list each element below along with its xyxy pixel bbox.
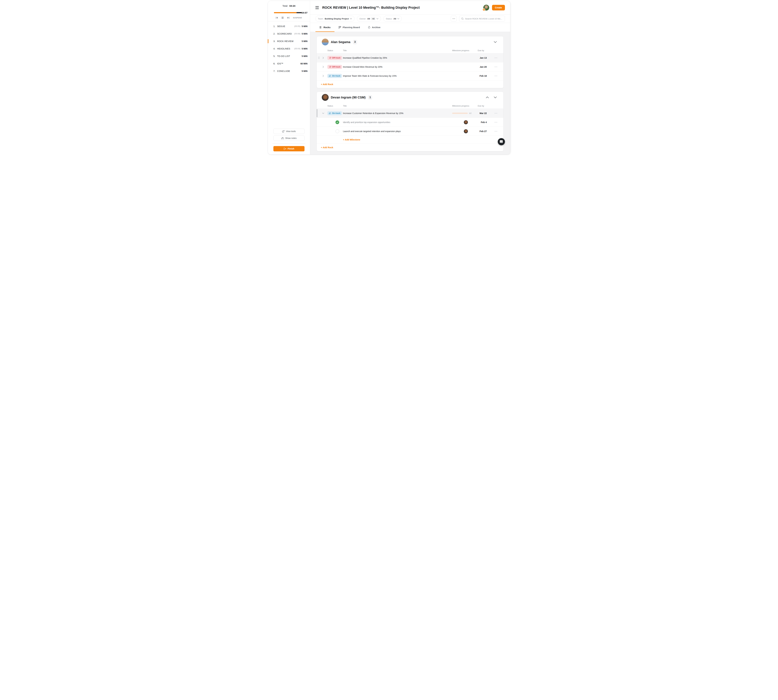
rock-row[interactable]: On-track Improve Team Win Rate & Forecas…	[317, 71, 503, 80]
row-more-button[interactable]	[488, 122, 503, 123]
drag-handle[interactable]	[317, 57, 321, 59]
milestone-owner-avatar[interactable]	[464, 120, 468, 124]
suspend-button[interactable]: SUSPEND	[293, 17, 302, 19]
move-card-up-button[interactable]	[486, 96, 489, 98]
milestone-row[interactable]: Identify and prioritize top expansion op…	[317, 118, 503, 127]
create-button[interactable]: Create	[492, 5, 505, 10]
add-milestone-button[interactable]: + Add Milestone	[343, 138, 360, 141]
milestone-incomplete-checkbox[interactable]	[336, 129, 339, 133]
thumbs-down-icon	[329, 66, 331, 68]
chevron-down-icon	[376, 18, 379, 19]
row-more-button[interactable]	[488, 131, 503, 132]
milestone-progress: 1/2	[450, 112, 474, 114]
ellipsis-icon	[494, 122, 497, 123]
rock-title[interactable]: Increase Customer Retention & Expansion …	[343, 112, 450, 115]
agenda-item-segue[interactable]: 1. SEGUE (00:05) 5 MIN	[268, 23, 310, 30]
column-status: Status	[326, 105, 343, 107]
row-more-button[interactable]	[488, 58, 503, 58]
show-notes-button[interactable]: Show notes	[274, 135, 304, 141]
agenda-item-rock-review[interactable]: 3. ROCK REVIEW 5 MIN	[268, 37, 310, 45]
tab-planning-board-label: Planning Board	[342, 26, 360, 28]
owner-avatar[interactable]	[322, 38, 329, 45]
row-more-button[interactable]	[488, 67, 503, 67]
agenda-item-scorecard[interactable]: 2. SCORECARD (00:08) 5 MIN	[268, 30, 310, 37]
expand-rock-button[interactable]	[321, 75, 326, 77]
finish-label: Finish	[288, 147, 294, 150]
expand-rock-button[interactable]	[321, 57, 326, 59]
agenda-duration: 5 MIN	[302, 25, 307, 28]
chevron-down-icon	[494, 97, 497, 98]
rock-row-expanded[interactable]: On-track Increase Customer Retention & E…	[317, 108, 503, 118]
status-badge-off-track[interactable]: Off-track	[327, 65, 342, 69]
rock-title[interactable]: Improve Team Win Rate & Forecast Accurac…	[343, 75, 450, 77]
card-header: Devan Ingram (90 CSM) 1	[317, 92, 503, 103]
search-icon	[461, 17, 464, 20]
rock-title[interactable]: Increase Qualified Pipeline Creation by …	[343, 57, 450, 59]
menu-toggle-button[interactable]	[316, 6, 319, 9]
status-badge-on-track[interactable]: On-track	[327, 74, 342, 78]
owner-filter[interactable]: Owner: All +4	[357, 16, 381, 22]
thumbs-up-icon	[329, 112, 331, 114]
expand-rock-button[interactable]	[321, 66, 326, 68]
previous-section-button[interactable]	[276, 17, 278, 19]
collapse-rock-button[interactable]	[321, 113, 326, 114]
agenda-item-headlines[interactable]: 4. HEADLINES (00:04) 5 MIN	[268, 45, 310, 52]
more-options-button[interactable]	[451, 16, 457, 22]
agenda-item-ids[interactable]: 6. IDS™ 60 MIN	[268, 60, 310, 67]
agenda-label: TO-DO LIST	[277, 55, 290, 57]
next-section-button[interactable]	[287, 17, 289, 19]
collapse-card-button[interactable]	[493, 41, 497, 43]
milestone-row[interactable]: Launch and execute targeted retention an…	[317, 127, 503, 136]
progress-ratio: 1/2	[469, 112, 471, 114]
thumbs-up-icon	[329, 75, 331, 77]
rock-row[interactable]: Off-track Increase Qualified Pipeline Cr…	[317, 53, 503, 62]
pause-button[interactable]	[282, 17, 284, 19]
add-rock-button[interactable]: + Add Rock	[321, 146, 333, 149]
milestone-title[interactable]: Launch and execute targeted retention an…	[343, 130, 450, 133]
page-title: ROCK REVIEW | Level 10 Meeting™- Buildin…	[322, 6, 483, 10]
timer-remaining: 04:07	[302, 12, 307, 14]
user-avatar-wrap[interactable]	[483, 5, 489, 11]
tab-rocks-label: Rocks	[324, 26, 331, 28]
status-filter[interactable]: Status: All	[383, 16, 402, 22]
tab-rocks[interactable]: Rocks	[316, 23, 334, 32]
progress-bar-track	[452, 113, 468, 114]
rock-title[interactable]: Increase Closed-Won Revenue by 20%	[343, 66, 450, 68]
add-rock-row: + Add Rock	[317, 143, 503, 151]
collapse-card-button[interactable]	[493, 96, 497, 98]
thumbs-down-icon	[329, 57, 331, 59]
rock-row[interactable]: Off-track Increase Closed-Won Revenue by…	[317, 62, 503, 71]
milestone-owner-avatar[interactable]	[464, 129, 468, 133]
timer-block: Total: 04:24 04:07 SUSPEND	[268, 1, 310, 19]
chevron-down-icon	[397, 18, 399, 19]
owner-filter-value: All	[367, 18, 370, 20]
row-more-button[interactable]	[488, 76, 503, 76]
owner-avatar[interactable]	[322, 94, 329, 101]
timer-total-label: Total:	[282, 5, 288, 7]
kanban-board-icon	[339, 26, 341, 28]
status-badge-on-track[interactable]: On-track	[327, 111, 342, 115]
agenda-list: 1. SEGUE (00:05) 5 MIN 2. SCORECARD (00:…	[268, 21, 310, 128]
chat-launcher-button[interactable]	[498, 138, 505, 145]
milestone-complete-checkbox[interactable]	[336, 120, 339, 124]
row-more-button[interactable]	[488, 113, 503, 113]
finish-button[interactable]: Finish	[274, 146, 304, 152]
team-filter[interactable]: Team: Building Display Project	[316, 16, 354, 22]
pause-icon	[282, 17, 284, 19]
milestone-title[interactable]: Identify and prioritize top expansion op…	[343, 121, 450, 123]
search-input[interactable]	[465, 18, 503, 20]
tab-planning-board[interactable]: Planning Board	[334, 23, 364, 32]
add-rock-button[interactable]: + Add Rock	[321, 83, 333, 85]
skip-back-icon	[276, 17, 278, 19]
agenda-item-todo-list[interactable]: 5. TO-DO LIST 5 MIN	[268, 52, 310, 60]
view-tools-button[interactable]: View tools	[274, 128, 304, 134]
tab-archive[interactable]: Archive	[364, 23, 384, 32]
rock-due-date: Jan 20	[474, 66, 488, 68]
agenda-num: 5.	[274, 55, 277, 57]
agenda-item-conclude[interactable]: 7. CONCLUDE 5 MIN	[268, 67, 310, 75]
milestone-due-date: Feb 4	[474, 121, 488, 123]
filter-bar: Team: Building Display Project Owner: Al…	[310, 15, 510, 23]
status-badge-off-track[interactable]: Off-track	[327, 56, 342, 60]
chevron-right-icon	[322, 75, 324, 77]
ellipsis-icon	[494, 113, 497, 113]
